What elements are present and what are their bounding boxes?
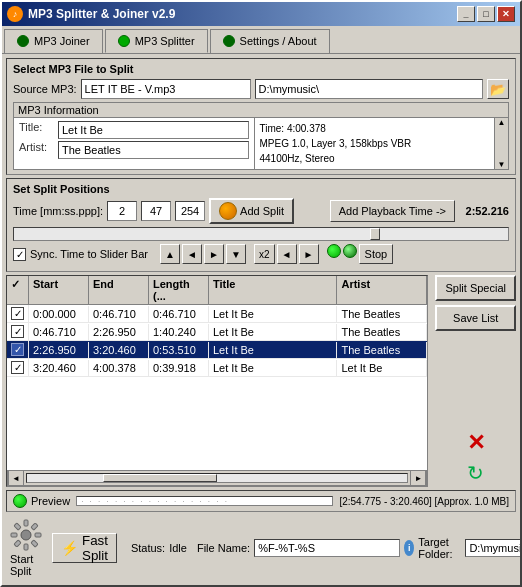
add-playback-button[interactable]: Add Playback Time -> [330,200,455,222]
row4-artist: Let It Be [337,360,427,376]
filename-input[interactable] [254,539,400,557]
row3-start: 2:26.950 [29,342,89,358]
scrollbar-thumb[interactable] [103,474,217,482]
fast-split-button[interactable]: ⚡ Fast Split [52,533,117,563]
row1-check[interactable]: ✓ [11,307,24,320]
source-section-label: Select MP3 File to Split [13,63,509,75]
source-label: Source MP3: [13,83,77,95]
title-input[interactable] [58,121,249,139]
filename-info-button[interactable]: i [404,540,414,556]
row2-title: Let It Be [209,324,337,340]
add-split-button[interactable]: Add Split [209,198,294,224]
tab-splitter-label: MP3 Splitter [135,35,195,47]
preview-slider[interactable]: · · · · · · · · · · · · · · · · · · [76,496,333,506]
preview-led [13,494,27,508]
close-button[interactable]: ✕ [497,6,515,22]
browse-button[interactable]: 📂 [487,79,509,99]
mp3-time: Time: 4:00.378 [260,121,490,136]
status-label: Status: [131,542,165,554]
nav-right-btn[interactable]: ► [204,244,224,264]
preview-section: Preview · · · · · · · · · · · · · · · · … [6,490,516,512]
target-input[interactable] [465,539,520,557]
delete-icon: ✕ [467,430,485,456]
sync-checkbox[interactable]: ✓ [13,248,26,261]
scroll-left-btn[interactable]: ◄ [8,470,24,486]
split-table: ✓ Start End Length (... Title Artist ✓ 0… [6,275,428,487]
lightning-icon: ⚡ [61,540,78,556]
delete-button[interactable]: ✕ [460,429,492,457]
add-split-icon [219,202,237,220]
time-mm-input[interactable] [107,201,137,221]
play-led [327,244,341,258]
title-label: Title: [19,121,54,139]
nav-next-btn[interactable]: ► [299,244,319,264]
row4-start: 3:20.460 [29,360,89,376]
nav-up-btn[interactable]: ▲ [160,244,180,264]
artist-input[interactable] [58,141,249,159]
source-section: Select MP3 File to Split Source MP3: 📂 M… [6,58,516,175]
tab-settings[interactable]: Settings / About [210,29,330,53]
row2-len: 1:40.240 [149,324,209,340]
tab-splitter[interactable]: MP3 Splitter [105,29,208,53]
split-section-label: Set Split Positions [13,183,509,195]
gear-icon [10,519,42,551]
table-row[interactable]: ✓ 3:20.460 4:00.378 0:39.918 Let It Be L… [7,359,427,377]
refresh-button[interactable]: ↻ [460,459,492,487]
row3-check[interactable]: ✓ [11,343,24,356]
scroll-down-btn[interactable]: ▼ [495,160,508,169]
mp3-codec: MPEG 1.0, Layer 3, 158kbps VBR [260,136,490,151]
split-special-button[interactable]: Split Special [435,275,516,301]
x2-button[interactable]: x2 [254,244,275,264]
split-section: Set Split Positions Time [mm:ss.ppp]: Ad… [6,178,516,272]
status-value: Idle [169,542,187,554]
scrollbar-track[interactable] [26,473,408,483]
folder-icon: 📂 [490,82,506,97]
stop-button[interactable]: Stop [359,244,394,264]
row1-artist: The Beatles [337,306,427,322]
scroll-right-btn[interactable]: ► [410,470,426,486]
save-list-button[interactable]: Save List [435,305,516,331]
nav-left-btn[interactable]: ◄ [182,244,202,264]
scroll-up-btn[interactable]: ▲ [495,118,508,127]
source-path[interactable] [255,79,483,99]
tab-settings-label: Settings / About [240,35,317,47]
row2-artist: The Beatles [337,324,427,340]
preview-info: [2:54.775 - 3:20.460] [Approx. 1.0 MB] [339,496,509,507]
status-area: Status: Idle [131,542,187,554]
tab-joiner-label: MP3 Joiner [34,35,90,47]
h-scrollbar[interactable]: ◄ ► [7,470,427,486]
time-ss-input[interactable] [141,201,171,221]
table-row[interactable]: ✓ 0:00.000 0:46.710 0:46.710 Let It Be T… [7,305,427,323]
table-row[interactable]: ✓ 0:46.710 2:26.950 1:40.240 Let It Be T… [7,323,427,341]
window-title: MP3 Splitter & Joiner v2.9 [28,7,175,21]
tab-joiner[interactable]: MP3 Joiner [4,29,103,53]
position-slider[interactable] [13,227,509,241]
minimize-button[interactable]: _ [457,6,475,22]
col-artist: Artist [337,276,427,304]
settings-led [223,35,235,47]
maximize-button[interactable]: □ [477,6,495,22]
scrollbar-vertical[interactable]: ▲ ▼ [494,118,508,169]
preview-dots: · · · · · · · · · · · · · · · · · · [81,497,229,506]
row2-start: 0:46.710 [29,324,89,340]
row3-len: 0:53.510 [149,342,209,358]
joiner-led [17,35,29,47]
start-split-button[interactable]: Start Split [6,517,46,579]
row1-end: 0:46.710 [89,306,149,322]
table-row-selected[interactable]: ✓ 2:26.950 3:20.460 0:53.510 Let It Be T… [7,341,427,359]
row3-artist: The Beatles [337,342,427,358]
slider-thumb[interactable] [370,228,380,240]
row2-check[interactable]: ✓ [11,325,24,338]
time-ppp-input[interactable] [175,201,205,221]
fast-split-label: Fast Split [82,533,108,563]
svg-rect-8 [14,523,21,530]
svg-rect-2 [31,523,38,530]
source-filename[interactable] [81,79,251,99]
nav-down-btn[interactable]: ▼ [226,244,246,264]
col-length: Length (... [149,276,209,304]
row4-check[interactable]: ✓ [11,361,24,374]
row2-end: 2:26.950 [89,324,149,340]
preview-label: Preview [31,495,70,507]
nav-prev-btn[interactable]: ◄ [277,244,297,264]
row1-len: 0:46.710 [149,306,209,322]
